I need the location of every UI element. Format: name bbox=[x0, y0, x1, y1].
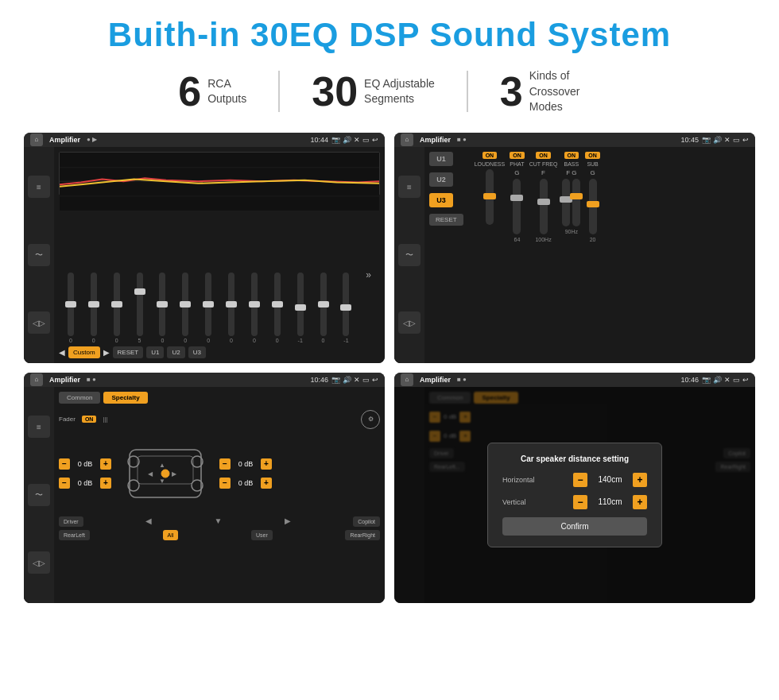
vertical-plus[interactable]: + bbox=[633, 495, 647, 509]
bass-slider-f[interactable] bbox=[562, 179, 570, 226]
all-btn[interactable]: All bbox=[163, 530, 179, 540]
horizontal-value: 140cm bbox=[592, 475, 628, 484]
loudness-slider[interactable] bbox=[486, 169, 494, 225]
fader-filter-btn[interactable]: ≡ bbox=[28, 416, 50, 438]
phat-on: ON bbox=[510, 152, 525, 159]
app-name-4: Amplifier bbox=[420, 376, 451, 384]
slider-2[interactable]: 0 bbox=[91, 273, 97, 343]
slider-13[interactable]: -1 bbox=[343, 273, 349, 343]
fader-main: Common Specialty Fader ON ||| ⚙ − bbox=[54, 387, 385, 603]
vol-plus-4[interactable]: + bbox=[261, 478, 272, 489]
u1-dsp-btn[interactable]: U1 bbox=[429, 152, 453, 166]
dialog-horizontal-row: Horizontal − 140cm + bbox=[502, 473, 647, 487]
home-icon-2[interactable]: ⌂ bbox=[401, 133, 413, 146]
slider-11[interactable]: -1 bbox=[297, 273, 304, 343]
rearleft-btn[interactable]: RearLeft bbox=[59, 530, 90, 540]
more-icon[interactable]: » bbox=[366, 269, 371, 280]
loudness-col: ON LOUDNESS bbox=[475, 152, 506, 358]
dsp-vol-btn[interactable]: ◁▷ bbox=[398, 311, 421, 334]
eq-wave-btn[interactable]: 〜 bbox=[28, 244, 50, 266]
fader-tabs: Common Specialty bbox=[59, 392, 380, 404]
slider-9[interactable]: 0 bbox=[251, 273, 258, 343]
u3-dsp-btn[interactable]: U3 bbox=[429, 193, 453, 207]
slider-5[interactable]: 0 bbox=[159, 273, 165, 343]
bass-slider-g[interactable] bbox=[572, 179, 580, 226]
screens-grid: ⌂ Amplifier ● ▶ 10:44 📷🔊✕▭↩ ≡ 〜 ◁▷ bbox=[24, 133, 755, 603]
app-name-1: Amplifier bbox=[49, 136, 80, 144]
tab-specialty[interactable]: Specialty bbox=[103, 392, 147, 404]
u3-btn-eq[interactable]: U3 bbox=[188, 346, 206, 358]
prev-btn[interactable]: ◀ bbox=[59, 348, 65, 357]
horizontal-minus[interactable]: − bbox=[573, 473, 587, 487]
dsp-wave-btn[interactable]: 〜 bbox=[398, 244, 421, 266]
u2-btn-eq[interactable]: U2 bbox=[167, 346, 184, 358]
right-arrow-btn[interactable]: ▶ bbox=[285, 516, 291, 527]
vol-minus-2[interactable]: − bbox=[59, 478, 70, 489]
copilot-btn[interactable]: Copilot bbox=[353, 516, 380, 527]
eq-graph bbox=[59, 152, 380, 195]
next-btn[interactable]: ▶ bbox=[103, 348, 110, 357]
down-arrow-btn[interactable]: ▼ bbox=[214, 516, 222, 527]
time-2: 10:45 bbox=[680, 136, 699, 144]
stats-row: 6 RCAOutputs 30 EQ AdjustableSegments 3 … bbox=[24, 68, 755, 115]
dsp-main: U1 U2 U3 RESET ON LOUDNESS bbox=[424, 147, 755, 363]
sub-slider[interactable] bbox=[589, 179, 597, 234]
rearright-btn[interactable]: RearRight bbox=[345, 530, 380, 540]
svg-point-10 bbox=[161, 470, 169, 478]
vol-minus-1[interactable]: − bbox=[59, 458, 70, 470]
reset-dsp-btn[interactable]: RESET bbox=[429, 214, 463, 226]
vol-plus-3[interactable]: + bbox=[261, 458, 272, 470]
screen-fader: ⌂ Amplifier ■ ● 10:46 📷🔊✕▭↩ ≡ 〜 ◁▷ Commo… bbox=[24, 373, 385, 603]
slider-12[interactable]: 0 bbox=[320, 273, 327, 343]
confirm-button[interactable]: Confirm bbox=[502, 517, 647, 536]
u2-dsp-btn[interactable]: U2 bbox=[429, 172, 453, 187]
vol-minus-3[interactable]: − bbox=[219, 458, 231, 470]
vol-minus-4[interactable]: − bbox=[219, 478, 231, 489]
dialog-box: Car speaker distance setting Horizontal … bbox=[487, 443, 662, 547]
user-btn[interactable]: User bbox=[251, 530, 273, 540]
slider-8[interactable]: 0 bbox=[228, 273, 234, 343]
custom-btn[interactable]: Custom bbox=[68, 346, 100, 358]
phat-slider[interactable] bbox=[513, 179, 521, 234]
tab-common[interactable]: Common bbox=[59, 392, 100, 404]
page-title: Buith-in 30EQ DSP Sound System bbox=[24, 16, 755, 54]
reset-btn-eq[interactable]: RESET bbox=[113, 346, 144, 358]
status-bar-1: ⌂ Amplifier ● ▶ 10:44 📷🔊✕▭↩ bbox=[24, 133, 385, 147]
slider-10[interactable]: 0 bbox=[274, 273, 281, 343]
left-volumes: − 0 dB + − 0 dB + bbox=[59, 434, 111, 513]
status-icons-4: 📷🔊✕▭↩ bbox=[702, 376, 749, 384]
cutfreq-slider[interactable] bbox=[540, 179, 548, 234]
vol-plus-1[interactable]: + bbox=[100, 458, 111, 470]
u1-btn-eq[interactable]: U1 bbox=[146, 346, 164, 358]
fader-vol-btn[interactable]: ◁▷ bbox=[28, 551, 50, 574]
home-icon-1[interactable]: ⌂ bbox=[30, 133, 43, 146]
dialog-vertical-row: Vertical − 110cm + bbox=[502, 495, 647, 509]
home-icon-3[interactable]: ⌂ bbox=[30, 373, 43, 386]
screen-eq: ⌂ Amplifier ● ▶ 10:44 📷🔊✕▭↩ ≡ 〜 ◁▷ bbox=[24, 133, 385, 363]
home-icon-4[interactable]: ⌂ bbox=[401, 373, 413, 386]
status-icons-1: 📷🔊✕▭↩ bbox=[331, 136, 378, 144]
horizontal-plus[interactable]: + bbox=[633, 473, 647, 487]
eq-vol-btn[interactable]: ◁▷ bbox=[28, 311, 50, 334]
screen-dsp: ⌂ Amplifier ■ ● 10:45 📷🔊✕▭↩ ≡ 〜 ◁▷ U1 bbox=[394, 133, 755, 363]
slider-4[interactable]: 5 bbox=[137, 273, 143, 343]
slider-3[interactable]: 0 bbox=[114, 273, 120, 343]
left-arrow-btn[interactable]: ◀ bbox=[145, 516, 152, 527]
sub-label: SUB bbox=[587, 161, 598, 167]
vol-ctrl-3: − 0 dB + bbox=[219, 458, 272, 470]
app-name-3: Amplifier bbox=[49, 376, 80, 384]
loudness-on: ON bbox=[483, 152, 498, 159]
slider-7[interactable]: 0 bbox=[205, 273, 211, 343]
eq-filter-btn[interactable]: ≡ bbox=[28, 176, 50, 198]
dsp-filter-btn[interactable]: ≡ bbox=[398, 176, 421, 198]
dsp-controls: ON LOUDNESS ON PHAT G 64 bbox=[475, 152, 750, 358]
slider-1[interactable]: 0 bbox=[68, 273, 74, 343]
dialog-overlay: Car speaker distance setting Horizontal … bbox=[394, 387, 755, 603]
vertical-minus[interactable]: − bbox=[573, 495, 587, 509]
dialog-title: Car speaker distance setting bbox=[502, 454, 647, 463]
fader-wave-btn[interactable]: 〜 bbox=[28, 484, 50, 506]
vol-plus-2[interactable]: + bbox=[100, 478, 111, 489]
settings-icon[interactable]: ⚙ bbox=[361, 410, 380, 429]
driver-btn[interactable]: Driver bbox=[59, 516, 83, 527]
slider-6[interactable]: 0 bbox=[182, 273, 188, 343]
